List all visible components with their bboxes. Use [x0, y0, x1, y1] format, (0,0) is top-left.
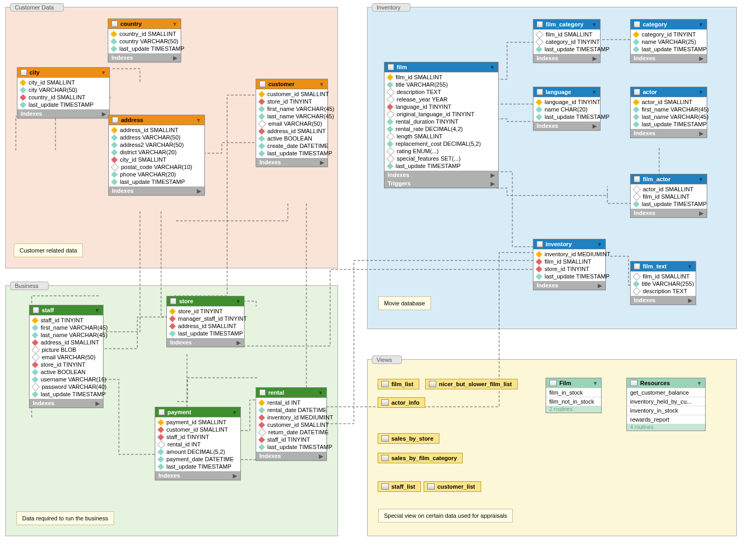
- entity-section[interactable]: Indexes▶: [631, 54, 707, 62]
- column-row[interactable]: rating ENUM(...): [385, 147, 498, 155]
- view-film-list[interactable]: film_list: [378, 379, 419, 389]
- entity-category[interactable]: category▼category_id TINYINTname VARCHAR…: [630, 19, 707, 63]
- column-row[interactable]: film_id SMALLINT: [631, 273, 696, 280]
- entity-header[interactable]: city▼: [17, 68, 109, 78]
- column-row[interactable]: address_id SMALLINT: [109, 126, 204, 134]
- column-row[interactable]: actor_id SMALLINT: [631, 98, 707, 106]
- entity-section[interactable]: Indexes▶: [631, 296, 696, 304]
- entity-actor[interactable]: actor▼actor_id SMALLINTfirst_name VARCHA…: [630, 87, 707, 138]
- column-row[interactable]: payment_id SMALLINT: [155, 418, 240, 426]
- column-row[interactable]: title VARCHAR(255): [385, 81, 498, 88]
- column-row[interactable]: picture BLOB: [30, 346, 103, 353]
- column-row[interactable]: manager_staff_id TINYINT: [167, 315, 244, 322]
- column-row[interactable]: city_id SMALLINT: [109, 156, 204, 163]
- column-row[interactable]: language_id TINYINT: [533, 98, 600, 106]
- column-row[interactable]: original_language_id TINYINT: [385, 110, 498, 118]
- column-row[interactable]: last_update TIMESTAMP: [631, 200, 707, 208]
- entity-header[interactable]: film▼: [385, 62, 498, 72]
- routine-header[interactable]: Resources▼: [627, 378, 705, 388]
- entity-film-text[interactable]: film_text▼film_id SMALLINTtitle VARCHAR(…: [630, 261, 696, 305]
- entity-staff[interactable]: staff▼staff_id TINYINTfirst_name VARCHAR…: [29, 305, 104, 408]
- column-row[interactable]: last_update TIMESTAMP: [533, 273, 605, 280]
- entity-section[interactable]: Indexes▶: [533, 54, 600, 62]
- column-row[interactable]: last_update TIMESTAMP: [256, 443, 326, 451]
- column-row[interactable]: first_name VARCHAR(45): [256, 105, 327, 113]
- entity-film-category[interactable]: film_category▼film_id SMALLINTcategory_i…: [533, 19, 601, 63]
- routine-item[interactable]: inventory_in_stock: [627, 406, 705, 415]
- entity-section[interactable]: Triggers▶: [385, 179, 498, 188]
- column-row[interactable]: last_update TIMESTAMP: [109, 178, 204, 185]
- entity-section[interactable]: Indexes▶: [256, 452, 326, 460]
- column-row[interactable]: film_id SMALLINT: [631, 193, 707, 200]
- entity-section[interactable]: Indexes▶: [17, 109, 109, 118]
- view-sales-by-film-category[interactable]: sales_by_film_category: [378, 453, 463, 463]
- view-staff-list[interactable]: staff_list: [378, 481, 421, 492]
- entity-section[interactable]: Indexes▶: [631, 209, 707, 217]
- entity-header[interactable]: film_actor▼: [631, 174, 707, 184]
- entity-language[interactable]: language▼language_id TINYINTname CHAR(20…: [533, 87, 601, 130]
- entity-header[interactable]: actor▼: [631, 87, 707, 97]
- entity-inventory[interactable]: inventory▼inventory_id MEDIUMINTfilm_id …: [533, 239, 606, 290]
- column-row[interactable]: replacement_cost DECIMAL(5,2): [385, 140, 498, 147]
- column-row[interactable]: staff_id TINYINT: [30, 316, 103, 324]
- column-row[interactable]: last_update TIMESTAMP: [17, 101, 109, 108]
- entity-section[interactable]: Indexes▶: [385, 171, 498, 179]
- column-row[interactable]: country VARCHAR(50): [108, 38, 181, 45]
- column-row[interactable]: store_id TINYINT: [30, 361, 103, 368]
- column-row[interactable]: create_date DATETIME: [256, 142, 327, 150]
- routine-group-resources[interactable]: Resources▼get_customer_balanceinventory_…: [626, 378, 706, 431]
- column-row[interactable]: last_name VARCHAR(45): [256, 113, 327, 120]
- column-row[interactable]: staff_id TINYINT: [155, 433, 240, 441]
- routine-item[interactable]: film_in_stock: [546, 388, 601, 397]
- entity-section[interactable]: Indexes▶: [631, 129, 707, 137]
- column-row[interactable]: rental_rate DECIMAL(4,2): [385, 125, 498, 133]
- routine-item[interactable]: film_not_in_stock: [546, 397, 601, 406]
- column-row[interactable]: title VARCHAR(255): [631, 280, 696, 287]
- entity-payment[interactable]: payment▼payment_id SMALLINTcustomer_id S…: [155, 407, 241, 480]
- column-row[interactable]: rental_date DATETIME: [256, 406, 326, 414]
- column-row[interactable]: payment_date DATETIME: [155, 455, 240, 463]
- entity-section[interactable]: Indexes▶: [155, 471, 240, 480]
- column-row[interactable]: category_id TINYINT: [533, 38, 600, 45]
- entity-header[interactable]: customer▼: [256, 79, 327, 89]
- entity-city[interactable]: city▼city_id SMALLINTcity VARCHAR(50)cou…: [17, 67, 110, 118]
- column-row[interactable]: username VARCHAR(16): [30, 376, 103, 383]
- column-row[interactable]: description TEXT: [385, 88, 498, 96]
- column-row[interactable]: return_date DATETIME: [256, 428, 326, 436]
- entity-rental[interactable]: rental▼rental_id INTrental_date DATETIME…: [256, 387, 327, 461]
- entity-country[interactable]: country▼country_id SMALLINTcountry VARCH…: [108, 18, 181, 62]
- column-row[interactable]: rental_duration TINYINT: [385, 118, 498, 125]
- entity-header[interactable]: language▼: [533, 87, 600, 97]
- column-row[interactable]: active BOOLEAN: [30, 368, 103, 376]
- routine-header[interactable]: Film▼: [546, 378, 601, 388]
- column-row[interactable]: store_id TINYINT: [167, 307, 244, 315]
- view-sales-by-store[interactable]: sales_by_store: [378, 433, 439, 444]
- column-row[interactable]: length SMALLINT: [385, 133, 498, 140]
- entity-header[interactable]: country▼: [108, 19, 181, 29]
- column-row[interactable]: customer_id SMALLINT: [256, 421, 326, 428]
- column-row[interactable]: actor_id SMALLINT: [631, 185, 707, 193]
- column-row[interactable]: first_name VARCHAR(45): [30, 324, 103, 331]
- entity-film[interactable]: film▼film_id SMALLINTtitle VARCHAR(255)d…: [384, 62, 499, 188]
- column-row[interactable]: email VARCHAR(50): [256, 120, 327, 127]
- entity-film-actor[interactable]: film_actor▼actor_id SMALLINTfilm_id SMAL…: [630, 174, 707, 218]
- routine-group-film[interactable]: Film▼film_in_stockfilm_not_in_stock2 rou…: [546, 378, 602, 413]
- column-row[interactable]: film_id SMALLINT: [385, 73, 498, 81]
- column-row[interactable]: rental_id INT: [256, 399, 326, 406]
- entity-customer[interactable]: customer▼customer_id SMALLINTstore_id TI…: [256, 79, 328, 167]
- column-row[interactable]: address_id SMALLINT: [256, 127, 327, 135]
- column-row[interactable]: amount DECIMAL(5,2): [155, 448, 240, 455]
- entity-header[interactable]: store▼: [167, 296, 244, 306]
- entity-header[interactable]: staff▼: [30, 305, 103, 315]
- entity-section[interactable]: Indexes▶: [256, 158, 327, 166]
- entity-section[interactable]: Indexes▶: [167, 338, 244, 347]
- column-row[interactable]: store_id TINYINT: [256, 98, 327, 105]
- column-row[interactable]: last_update TIMESTAMP: [533, 113, 600, 120]
- column-row[interactable]: address_id SMALLINT: [30, 339, 103, 346]
- entity-header[interactable]: rental▼: [256, 388, 326, 398]
- column-row[interactable]: phone VARCHAR(20): [109, 171, 204, 178]
- column-row[interactable]: last_update TIMESTAMP: [167, 330, 244, 337]
- column-row[interactable]: district VARCHAR(20): [109, 148, 204, 156]
- view-nicer[interactable]: nicer_but_slower_film_list: [425, 379, 518, 389]
- entity-header[interactable]: film_text▼: [631, 262, 696, 272]
